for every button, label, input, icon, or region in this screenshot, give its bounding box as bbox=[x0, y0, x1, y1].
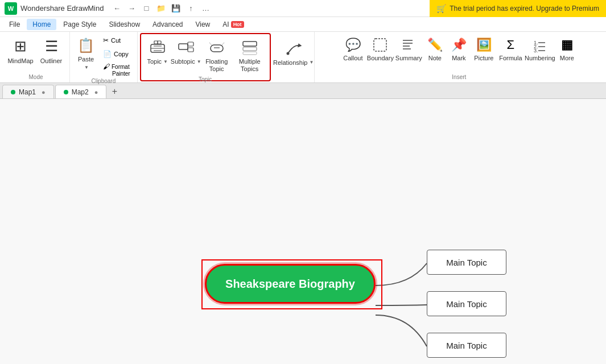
open-btn[interactable]: 📁 bbox=[155, 2, 167, 15]
svg-rect-16 bbox=[243, 47, 257, 51]
menubar: File Home Page Style Slideshow Advanced … bbox=[0, 17, 606, 32]
mark-icon: 📌 bbox=[451, 38, 467, 52]
paste-icon: 📋 bbox=[77, 38, 94, 53]
branch-label-bot: Main Topic bbox=[446, 341, 487, 350]
tab-label-map1: Map1 bbox=[19, 88, 36, 96]
branch-label-mid: Main Topic bbox=[446, 299, 487, 309]
svg-line-13 bbox=[209, 43, 212, 45]
topic-icon bbox=[150, 40, 166, 56]
picture-btn[interactable]: 🖼️ Picture bbox=[471, 34, 497, 74]
mark-label: Mark bbox=[452, 55, 465, 61]
summary-label: Summary bbox=[395, 55, 422, 61]
cut-icon: ✂ bbox=[103, 36, 109, 44]
paste-label: Paste bbox=[78, 56, 94, 63]
paste-btn[interactable]: 📋 Paste ▼ bbox=[73, 34, 98, 74]
more-btn[interactable]: … bbox=[199, 2, 212, 15]
topic-group-label: Topic bbox=[199, 76, 212, 82]
boundary-btn[interactable]: Boundary bbox=[366, 34, 394, 74]
save-btn[interactable]: 💾 bbox=[170, 2, 182, 15]
summary-icon bbox=[401, 38, 416, 52]
outliner-btn[interactable]: ☰ Outliner bbox=[36, 34, 66, 74]
summary-btn[interactable]: Summary bbox=[394, 34, 423, 74]
numbering-label: Numbering bbox=[525, 55, 555, 61]
titlebar-controls: ← → □ 📁 💾 ↑ … bbox=[110, 2, 212, 15]
tab-map2[interactable]: Map2 ● bbox=[55, 85, 107, 98]
export-btn[interactable]: ↑ bbox=[184, 2, 197, 15]
callout-icon: 💬 bbox=[345, 38, 361, 52]
relationship-dropdown-icon: ▼ bbox=[310, 60, 314, 65]
paste-dropdown-icon: ▼ bbox=[84, 65, 89, 70]
svg-rect-7 bbox=[188, 42, 193, 46]
menu-view[interactable]: View bbox=[189, 19, 216, 30]
clipboard-group-label: Clipboard bbox=[91, 78, 116, 84]
more-icon: ▦ bbox=[561, 38, 573, 52]
note-btn[interactable]: ✏️ Note bbox=[423, 34, 447, 74]
ribbon: ⊞ MindMap ☰ Outliner Mode 📋 Paste ▼ ✂ Cu… bbox=[0, 32, 606, 83]
subtopic-dropdown-icon: ▼ bbox=[197, 59, 201, 64]
menu-home[interactable]: Home bbox=[27, 19, 56, 30]
branch-node-mid[interactable]: Main Topic bbox=[427, 291, 506, 316]
copy-label: Copy bbox=[114, 51, 129, 57]
new-btn[interactable]: □ bbox=[140, 2, 152, 15]
menu-file[interactable]: File bbox=[3, 19, 26, 30]
boundary-label: Boundary bbox=[367, 55, 394, 61]
relationship-btn[interactable]: Relationship ▼ bbox=[277, 38, 311, 77]
mindmap-icon: ⊞ bbox=[14, 38, 27, 55]
svg-rect-8 bbox=[188, 48, 193, 52]
menu-ai[interactable]: AI Hot bbox=[217, 19, 249, 30]
central-node[interactable]: Sheakspeare Biography bbox=[205, 264, 376, 304]
formula-label: Formula bbox=[499, 55, 522, 61]
formula-btn[interactable]: Σ Formula bbox=[497, 34, 524, 74]
branch-node-bot[interactable]: Main Topic bbox=[427, 333, 506, 358]
logo-icon: W bbox=[5, 2, 17, 15]
picture-icon: 🖼️ bbox=[476, 38, 492, 52]
mark-btn[interactable]: 📌 Mark bbox=[447, 34, 471, 74]
svg-rect-15 bbox=[243, 42, 257, 46]
topic-btn[interactable]: Topic ▼ bbox=[145, 36, 171, 76]
undo-btn[interactable]: ← bbox=[110, 2, 123, 15]
cut-btn[interactable]: ✂ Cut bbox=[100, 34, 134, 47]
tab-map1[interactable]: Map1 ● bbox=[2, 85, 54, 98]
more-insert-btn[interactable]: ▦ More bbox=[555, 34, 578, 74]
subtopic-btn[interactable]: Subtopic ▼ bbox=[172, 36, 200, 76]
branch-label-top: Main Topic bbox=[446, 258, 487, 267]
branch-node-top[interactable]: Main Topic bbox=[427, 250, 506, 275]
outliner-label: Outliner bbox=[40, 57, 63, 64]
mode-group-label: Mode bbox=[28, 74, 43, 80]
copy-btn[interactable]: 📄 Copy bbox=[100, 48, 134, 60]
numbering-btn[interactable]: 1. 2. 3. Numbering bbox=[524, 34, 555, 74]
multiple-topics-icon bbox=[242, 40, 258, 56]
callout-label: Callout bbox=[343, 55, 362, 61]
picture-label: Picture bbox=[474, 55, 493, 61]
outliner-icon: ☰ bbox=[45, 38, 58, 55]
central-node-text: Sheakspeare Biography bbox=[225, 278, 355, 291]
trial-banner[interactable]: 🛒 The trial period has expired. Upgrade … bbox=[430, 0, 606, 17]
more-label: More bbox=[560, 55, 574, 61]
callout-btn[interactable]: 💬 Callout bbox=[340, 34, 366, 74]
redo-btn[interactable]: → bbox=[125, 2, 138, 15]
floating-topic-label: Floating bbox=[205, 58, 228, 65]
tab-close-map1[interactable]: ● bbox=[42, 89, 46, 96]
boundary-icon bbox=[373, 38, 387, 52]
insert-group-label: Insert bbox=[452, 74, 466, 80]
topic-group: Topic ▼ Subtopic ▼ bbox=[140, 33, 271, 81]
menu-slideshow[interactable]: Slideshow bbox=[103, 19, 146, 30]
tabstrip: Map1 ● Map2 ● + bbox=[0, 83, 606, 99]
tab-close-map2[interactable]: ● bbox=[94, 89, 98, 96]
multiple-topics-btn[interactable]: Multiple Topics bbox=[233, 36, 266, 76]
add-tab-btn[interactable]: + bbox=[108, 85, 121, 98]
note-icon: ✏️ bbox=[427, 38, 443, 52]
trial-text: The trial period has expired. Upgrade to… bbox=[450, 5, 599, 13]
titlebar: W Wondershare EdrawMind ← → □ 📁 💾 ↑ … 🛒 … bbox=[0, 0, 606, 17]
format-painter-label2: Painter bbox=[103, 71, 130, 77]
format-painter-btn[interactable]: 🖌 Format Painter bbox=[100, 61, 134, 78]
relationship-icon bbox=[286, 41, 302, 57]
floating-topic-btn[interactable]: Floating Topic bbox=[201, 36, 232, 76]
menu-pagestyle[interactable]: Page Style bbox=[57, 19, 102, 30]
tab-dot-map2 bbox=[64, 90, 68, 94]
svg-rect-20 bbox=[374, 39, 386, 51]
menu-advanced[interactable]: Advanced bbox=[147, 19, 188, 30]
copy-icon: 📄 bbox=[103, 50, 112, 58]
format-painter-label: Format bbox=[112, 64, 130, 70]
mindmap-btn[interactable]: ⊞ MindMap bbox=[6, 34, 35, 74]
